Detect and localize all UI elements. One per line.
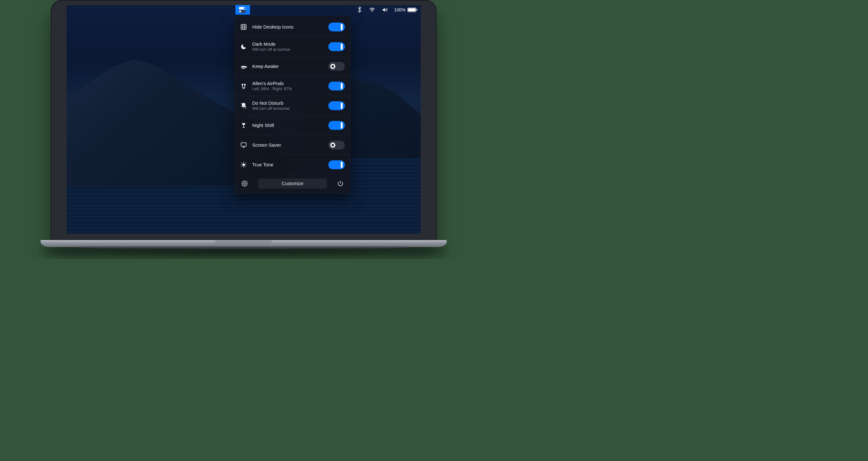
dnd-icon bbox=[240, 102, 248, 109]
gear-icon[interactable] bbox=[240, 180, 249, 187]
row-text: Keep Awake bbox=[252, 63, 324, 69]
svg-point-11 bbox=[242, 181, 247, 186]
customize-button[interactable]: Customize bbox=[258, 178, 327, 189]
svg-rect-1 bbox=[241, 24, 247, 30]
svg-rect-8 bbox=[241, 143, 247, 146]
row-night-shift[interactable]: Night Shift bbox=[235, 116, 350, 135]
row-text: True Tone bbox=[252, 162, 324, 167]
toggle-night-shift[interactable] bbox=[328, 121, 345, 130]
svg-rect-7 bbox=[242, 127, 245, 127]
power-icon[interactable] bbox=[336, 180, 345, 187]
battery-icon bbox=[407, 8, 416, 12]
moon-icon bbox=[240, 43, 248, 50]
laptop-base bbox=[41, 240, 447, 247]
row-subtitle: Will turn off at sunrise bbox=[252, 47, 324, 52]
svg-point-9 bbox=[242, 164, 245, 166]
row-title: Hide Desktop Icons bbox=[252, 24, 324, 30]
battery-text: 100% bbox=[394, 7, 405, 12]
row-text: Allen's AirPods Left: 58% - Right: 67% bbox=[252, 81, 324, 91]
row-subtitle: Left: 58% - Right: 67% bbox=[252, 87, 324, 91]
svg-point-3 bbox=[243, 44, 243, 44]
row-title: Night Shift bbox=[252, 122, 324, 128]
dropdown-panel: Hide Desktop Icons Dark Mode Will turn o… bbox=[235, 16, 350, 194]
svg-point-4 bbox=[241, 66, 246, 68]
toggle-keep-awake[interactable] bbox=[328, 62, 345, 71]
volume-icon[interactable] bbox=[381, 7, 388, 13]
wifi-icon[interactable] bbox=[369, 7, 376, 13]
row-hide-desktop-icons[interactable]: Hide Desktop Icons bbox=[235, 17, 350, 37]
toggle-screen-saver[interactable] bbox=[328, 141, 345, 149]
svg-rect-6 bbox=[243, 125, 244, 127]
row-text: Night Shift bbox=[252, 122, 324, 128]
row-do-not-disturb[interactable]: Do Not Disturb Will turn off tomorrow bbox=[235, 96, 350, 116]
truetone-icon bbox=[240, 161, 248, 168]
row-text: Screen Saver bbox=[252, 142, 324, 148]
battery-status[interactable]: 100% bbox=[394, 7, 416, 12]
row-title: Dark Mode bbox=[252, 41, 324, 47]
toggle-airpods[interactable] bbox=[328, 82, 345, 90]
svg-point-2 bbox=[242, 45, 242, 45]
row-title: Do Not Disturb bbox=[252, 100, 324, 106]
row-dark-mode[interactable]: Dark Mode Will turn off at sunrise bbox=[235, 37, 350, 57]
laptop-foot bbox=[79, 247, 409, 249]
row-subtitle: Will turn off tomorrow bbox=[252, 106, 324, 111]
row-airpods[interactable]: Allen's AirPods Left: 58% - Right: 67% bbox=[235, 76, 350, 96]
row-title: Allen's AirPods bbox=[252, 81, 324, 86]
row-title: Screen Saver bbox=[252, 142, 324, 148]
row-text: Do Not Disturb Will turn off tomorrow bbox=[252, 100, 324, 111]
customize-label: Customize bbox=[282, 181, 304, 186]
toggle-dark-mode[interactable] bbox=[328, 42, 345, 51]
monitor-icon bbox=[240, 142, 248, 149]
laptop-notch bbox=[215, 240, 272, 243]
laptop-lid: 100% Hide Desktop Icons bbox=[51, 0, 437, 241]
row-screen-saver[interactable]: Screen Saver bbox=[235, 135, 350, 155]
toggles-icon bbox=[239, 7, 247, 13]
app-menubar-button[interactable] bbox=[236, 5, 250, 15]
row-title: True Tone bbox=[252, 162, 324, 167]
row-keep-awake[interactable]: Keep Awake bbox=[235, 57, 350, 76]
bluetooth-icon[interactable] bbox=[356, 7, 363, 13]
menubar: 100% bbox=[67, 5, 421, 15]
airpods-icon bbox=[240, 83, 248, 89]
svg-point-0 bbox=[372, 11, 372, 12]
grid-icon bbox=[240, 24, 248, 30]
row-title: Keep Awake bbox=[252, 63, 324, 69]
lamp-icon bbox=[240, 122, 248, 129]
panel-footer: Customize bbox=[235, 175, 350, 194]
coffee-icon bbox=[240, 63, 248, 70]
toggle-hide-desktop-icons[interactable] bbox=[328, 23, 345, 31]
toggle-true-tone[interactable] bbox=[328, 160, 345, 169]
row-true-tone[interactable]: True Tone bbox=[235, 155, 350, 175]
screen: 100% Hide Desktop Icons bbox=[67, 5, 421, 234]
row-text: Dark Mode Will turn off at sunrise bbox=[252, 41, 324, 52]
laptop-frame: 100% Hide Desktop Icons bbox=[51, 0, 437, 259]
toggle-dnd[interactable] bbox=[328, 101, 345, 110]
svg-point-10 bbox=[244, 182, 246, 184]
row-text: Hide Desktop Icons bbox=[252, 24, 324, 30]
